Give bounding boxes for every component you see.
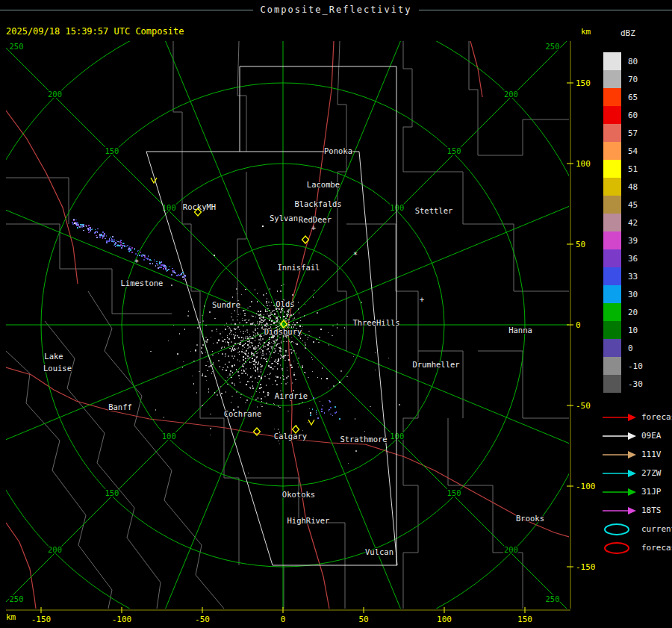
city-label: Drumheller [412, 360, 459, 369]
city-label: Banff [108, 402, 132, 411]
colorbar-entry: 42 [603, 214, 643, 231]
legend-ellipse-icon [602, 523, 638, 536]
colorbar-swatch [603, 267, 621, 285]
city-label: Sylvan [270, 214, 298, 223]
legend-label: 18TS [641, 506, 662, 515]
colorbar-entry: 45 [603, 196, 643, 214]
colorbar-entry: 54 [603, 142, 643, 160]
city-label: HighRiver [287, 516, 330, 525]
svg-text:200: 200 [504, 545, 518, 554]
colorbar-swatch [603, 303, 621, 321]
right-axis-tick-label: 0 [576, 320, 581, 330]
bottom-axis-tick-label: -100 [112, 615, 132, 624]
radar-site-chevron-icon [308, 420, 314, 425]
radar-sector-outline [146, 66, 397, 565]
legend-label: forecast [641, 412, 672, 422]
colorbar-entry: 10 [603, 321, 643, 339]
map-dot-marker [262, 226, 264, 227]
colorbar-swatch [603, 88, 621, 106]
map-glyph-marker: * [134, 258, 139, 267]
city-label: Calgary [274, 432, 307, 441]
dbz-scale-title: dBZ [620, 28, 635, 38]
colorbar-swatch [603, 106, 621, 124]
map-dot-marker [339, 382, 340, 383]
map-glyph-marker: + [311, 224, 316, 232]
city-label: Louise [43, 364, 72, 373]
colorbar-value: -10 [628, 361, 643, 371]
city-label: Innisfail [278, 263, 320, 272]
colorbar-swatch [603, 70, 621, 88]
svg-text:200: 200 [504, 90, 518, 99]
bottom-axis-tick-label: -150 [31, 615, 52, 624]
legend-item: 27ZW [602, 464, 672, 482]
city-label: Strathmore [340, 435, 387, 444]
legend-label: 09EA [641, 431, 662, 441]
colorbar-entry: 65 [603, 88, 643, 106]
city-label: ThreeHills [352, 318, 399, 327]
right-axis-tick-label: -50 [576, 401, 591, 411]
svg-text:150: 150 [447, 146, 461, 155]
city-label: Didsbury [264, 327, 302, 336]
colorbar-entry: 60 [603, 106, 643, 124]
svg-text:250: 250 [10, 42, 24, 51]
city-label: Hanna [508, 326, 532, 335]
map-dot-marker [74, 223, 75, 224]
svg-text:150: 150 [105, 488, 119, 497]
colorbar-value: 0 [628, 343, 633, 353]
colorbar-value: 36 [628, 254, 638, 264]
svg-text:100: 100 [162, 203, 176, 212]
map-glyph-marker: * [353, 251, 358, 259]
svg-text:150: 150 [447, 488, 461, 497]
city-label: RedDeer [299, 215, 332, 224]
colorbar-entry: 70 [603, 70, 643, 88]
city-label: Airdrie [275, 391, 308, 400]
map-canvas[interactable]: 1001502002501001502002501001502002501001… [0, 0, 672, 628]
colorbar-entry: 57 [603, 124, 643, 142]
right-axis-tick-label: 50 [576, 240, 585, 249]
bottom-axis-tick-label: 50 [358, 615, 368, 624]
legend-item: 111V [602, 445, 672, 464]
bottom-axis-tick-label: -50 [195, 615, 210, 624]
city-label: Lake [44, 352, 63, 361]
svg-text:200: 200 [48, 90, 62, 99]
legend-arrow-icon [602, 485, 638, 499]
bottom-axis-tick-label: 0 [281, 615, 286, 624]
track-legend: forecast09EA111V27ZW31JP18TScurrentforec… [602, 408, 672, 557]
bottom-axis-tick-label: 150 [517, 615, 532, 624]
colorbar-entry: 48 [603, 178, 643, 196]
city-label: Limestone [121, 279, 164, 287]
colorbar-value: -30 [628, 379, 643, 389]
colorbar-entry: -30 [603, 375, 643, 393]
colorbar-swatch [603, 231, 621, 249]
colorbar-swatch [603, 285, 621, 303]
legend-item: 09EA [602, 426, 672, 445]
dbz-colorbar: 807065605754514845423936333020100-10-30 [603, 52, 643, 393]
svg-text:250: 250 [10, 594, 24, 603]
colorbar-swatch [603, 178, 621, 196]
colorbar-entry: 30 [603, 285, 643, 303]
colorbar-value: 48 [628, 182, 638, 192]
colorbar-value: 65 [628, 93, 638, 102]
city-label: Sundre [212, 300, 240, 309]
svg-text:250: 250 [546, 594, 560, 603]
colorbar-swatch [603, 357, 621, 375]
legend-label: current [641, 524, 672, 534]
colorbar-value: 20 [628, 308, 638, 317]
legend-arrow-icon [602, 411, 638, 424]
city-label: Vulcan [365, 547, 393, 556]
colorbar-swatch [603, 124, 621, 142]
colorbar-entry: 33 [603, 267, 643, 285]
colorbar-value: 60 [628, 111, 638, 120]
colorbar-entry: 0 [603, 339, 643, 357]
legend-arrow-icon [602, 448, 638, 461]
legend-arrow-icon [602, 467, 638, 480]
right-axis-tick-label: 150 [576, 78, 591, 88]
svg-text:100: 100 [390, 203, 404, 212]
colorbar-swatch [603, 52, 621, 70]
legend-item: 18TS [602, 501, 672, 520]
legend-item: forecast [602, 408, 672, 426]
colorbar-value: 57 [628, 128, 638, 138]
map-glyph-marker: + [420, 296, 424, 304]
colorbar-swatch [603, 339, 621, 357]
radar-app-window: Composite_Reflectivity 2025/09/18 15:39:… [0, 0, 672, 628]
